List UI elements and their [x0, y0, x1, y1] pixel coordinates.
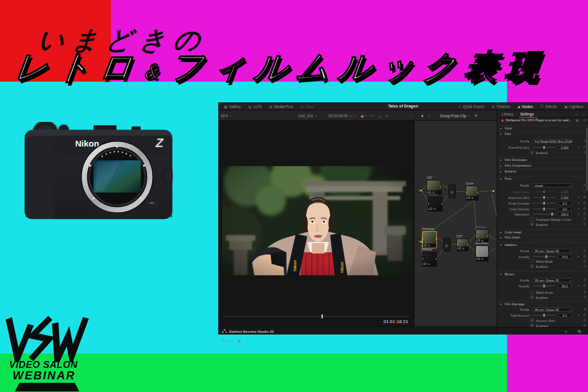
reset-icon[interactable]: ↺ — [583, 259, 586, 263]
slider-track[interactable] — [533, 214, 556, 214]
viewer-more-button[interactable]: ⋯ — [409, 110, 413, 121]
reset-icon[interactable]: ↺ — [583, 295, 586, 299]
snap-magnet-button[interactable]: ∩ — [428, 110, 431, 121]
settings-section-header[interactable]: Expand — [497, 168, 588, 174]
reset-icon[interactable]: ↺ — [583, 249, 586, 252]
checkbox[interactable] — [530, 217, 533, 221]
settings-section-header[interactable]: Print — [497, 176, 588, 181]
settings-section-header[interactable]: Film — [497, 131, 588, 136]
filmstrip-icon[interactable]: ▤ — [576, 118, 579, 122]
header-menu-item[interactable]: ⓕ Effects — [540, 104, 557, 109]
slider-value[interactable]: 0.0 — [558, 201, 571, 206]
node-group-dropdown[interactable]: Group Post-Clip▾ — [440, 110, 470, 121]
checkbox[interactable] — [530, 290, 533, 294]
viewer-scrubber[interactable] — [223, 316, 410, 317]
dropdown-select[interactable]: Linear▾ — [532, 183, 572, 188]
reset-icon[interactable]: ↺ — [583, 318, 586, 322]
checkbox[interactable] — [530, 151, 533, 154]
dropdown-select[interactable]: 35 mm / Super 35▾ — [532, 308, 572, 312]
slider-value[interactable]: 50.0 — [558, 284, 571, 289]
settings-section-header[interactable]: Color Head — [497, 229, 588, 235]
checkbox[interactable] — [530, 295, 533, 299]
settings-section-header[interactable]: Film Damage — [497, 301, 588, 306]
color-node[interactable]: Filmbox 06⊘ — [422, 252, 437, 267]
checkbox[interactable] — [530, 259, 533, 263]
viewer-overlay-icon[interactable]: ▢ — [351, 114, 357, 118]
slider-track[interactable] — [533, 147, 556, 148]
reset-icon[interactable]: ↺ — [583, 308, 586, 311]
dropdown-select[interactable]: 35 mm / Super 35▾ — [532, 249, 572, 253]
viewer-overlay-icon[interactable]: × — [370, 114, 375, 117]
viewer-tool-icon[interactable]: ◀) — [237, 339, 241, 343]
header-menu-item[interactable]: ▧ Media Pool — [269, 105, 293, 109]
slider-track[interactable] — [533, 256, 556, 257]
slider-track[interactable] — [533, 203, 556, 203]
header-menu-item[interactable]: ▤ Clips — [300, 105, 314, 109]
reset-icon[interactable]: ↺ — [583, 217, 586, 221]
slider-track[interactable] — [533, 191, 556, 192]
playhead[interactable] — [322, 314, 323, 318]
slider-value[interactable]: 0.0 — [558, 207, 571, 212]
color-node[interactable]: CST 08⊘ — [457, 239, 469, 251]
slider-thumb[interactable] — [543, 196, 545, 199]
checkbox[interactable] — [530, 264, 533, 268]
layer-mixer-node[interactable] — [448, 185, 456, 198]
clip-dropdown[interactable]: Edit_002▾ — [299, 110, 316, 121]
node-more-button[interactable]: ⋯ — [486, 110, 490, 121]
io-node[interactable] — [417, 188, 421, 193]
source-timecode-dropdown[interactable]: 15:20:48:06▾ — [328, 110, 351, 121]
settings-section-header[interactable]: Film Grain — [497, 235, 588, 240]
reset-icon[interactable]: ↺ — [583, 278, 586, 282]
reset-icon[interactable]: ↺ — [583, 264, 586, 268]
home-icon[interactable]: ⌂ — [565, 329, 567, 333]
reset-icon[interactable]: ↺ — [583, 255, 586, 258]
reset-icon[interactable]: ↺ — [583, 313, 586, 317]
checkbox[interactable] — [530, 318, 533, 322]
gear-icon[interactable]: ⚙ — [578, 329, 581, 334]
cursor-tool-button[interactable]: ▲ — [420, 110, 424, 121]
color-node[interactable]: Dehancer 05⊘ — [422, 231, 437, 248]
slider-value[interactable]: 0.000 — [558, 190, 571, 194]
color-node[interactable]: Curve 04⊘ — [466, 186, 478, 201]
slider-track[interactable] — [533, 209, 556, 209]
color-node[interactable]: Filmbox 02⊘ — [428, 197, 443, 212]
io-node[interactable] — [417, 239, 421, 244]
slider-track[interactable] — [533, 286, 556, 286]
slider-track[interactable] — [533, 315, 556, 316]
header-menu-item[interactable]: ◈ Nodes — [518, 105, 533, 109]
io-node[interactable] — [489, 189, 494, 193]
dropdown-select[interactable]: 35 mm / Super 35▾ — [532, 278, 572, 283]
reset-icon[interactable]: ↺ — [583, 207, 586, 210]
slider-thumb[interactable] — [543, 190, 545, 193]
reset-icon[interactable]: ↺ — [583, 145, 586, 149]
reset-icon[interactable]: ↺ — [583, 195, 586, 199]
slider-thumb[interactable] — [543, 202, 545, 205]
viewer-tool-icon[interactable]: ▭ — [230, 339, 234, 343]
header-menu-item[interactable]: ↥ Quick Export — [458, 105, 484, 109]
scrollbar[interactable] — [586, 128, 587, 191]
settings-section-header[interactable]: Halation — [497, 242, 588, 247]
reset-icon[interactable]: ↺ — [583, 183, 586, 187]
add-node-button[interactable]: ⊕ — [474, 110, 477, 121]
slider-value[interactable]: 70.0 — [558, 255, 571, 259]
slider-value[interactable]: 0.0 — [558, 313, 571, 318]
slider-thumb[interactable] — [543, 285, 545, 287]
header-menu-item[interactable]: ▥ LUTs — [248, 105, 261, 109]
layer-mixer-node[interactable] — [443, 238, 451, 252]
header-menu-item[interactable]: ▦ Gallery — [224, 105, 241, 109]
reset-icon[interactable]: ↺ — [583, 139, 586, 143]
reset-icon[interactable]: ↺ — [583, 118, 586, 122]
viewer-overlay-icon[interactable]: ◇ — [379, 114, 382, 118]
settings-section-header[interactable]: Film Compression — [497, 163, 588, 168]
settings-section-header[interactable]: Film Developer — [497, 157, 588, 162]
slider-value[interactable]: 0.000 — [558, 195, 571, 200]
reset-icon[interactable]: ↺ — [583, 201, 586, 205]
reset-icon[interactable]: ↺ — [583, 284, 586, 287]
slider-thumb[interactable] — [543, 146, 545, 149]
reset-icon[interactable]: ↺ — [583, 222, 586, 226]
reset-icon[interactable]: ↺ — [583, 190, 586, 193]
checkbox[interactable] — [530, 222, 533, 226]
slider-thumb[interactable] — [543, 314, 545, 317]
viewer-tool-icon[interactable]: ✎ — [222, 339, 227, 343]
header-menu-item[interactable]: ≣ Timeline — [492, 105, 510, 109]
